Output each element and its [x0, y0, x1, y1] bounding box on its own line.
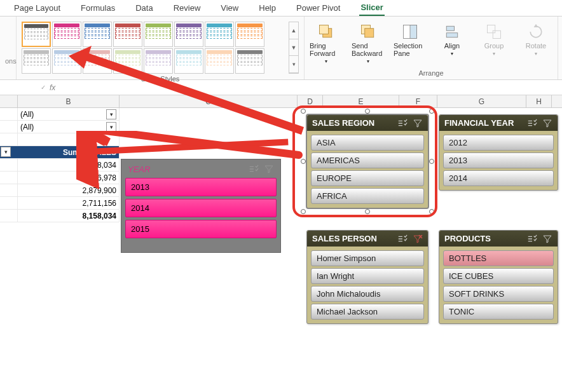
send-backward-button[interactable]: Send Backward▾ [352, 23, 385, 64]
style-thumb-16[interactable] [235, 48, 264, 74]
style-thumb-14[interactable] [174, 48, 203, 74]
rotate-button: Rotate▾ [519, 23, 552, 57]
slicer-products[interactable]: PRODUCTS BOTTLES ICE CUBES SOFT DRINKS T… [439, 230, 558, 324]
product-ice-cubes[interactable]: ICE CUBES [443, 268, 554, 284]
financial-year-title: FINANCIAL YEAR [444, 118, 514, 128]
clear-filter-icon[interactable] [413, 234, 423, 243]
slicer-year[interactable]: YEAR 2013 2014 2015 [121, 159, 281, 253]
fy-2014[interactable]: 2014 [443, 170, 554, 186]
multiselect-icon[interactable] [397, 234, 408, 243]
region-europe[interactable]: EUROPE [311, 170, 424, 186]
tab-power-pivot[interactable]: Power Pivot [295, 1, 341, 15]
ribbon-group-buttons: Columns: Height: Width: Buttons [558, 17, 562, 79]
align-button[interactable]: Align▾ [435, 23, 469, 57]
align-icon [443, 23, 461, 41]
style-thumb-3[interactable] [83, 22, 112, 47]
tab-page-layout[interactable]: Page Layout [13, 1, 62, 15]
style-thumb-8[interactable] [235, 22, 264, 47]
style-thumb-15[interactable] [205, 48, 234, 74]
gallery-more-icon[interactable]: ▾ [289, 56, 298, 73]
region-americas[interactable]: AMERICAS [311, 152, 424, 168]
selection-pane-button[interactable]: Selection Pane [394, 23, 427, 57]
slicer-style-gallery[interactable] [22, 19, 289, 74]
bring-forward-button[interactable]: Bring Forward▾ [310, 23, 343, 64]
clear-filter-icon[interactable] [542, 119, 552, 128]
product-soft-drinks[interactable]: SOFT DRINKS [443, 286, 554, 302]
tab-data[interactable]: Data [134, 1, 154, 15]
person-john[interactable]: John Michaloudis [311, 286, 424, 302]
product-tonic[interactable]: TONIC [443, 304, 554, 320]
products-title: PRODUCTS [444, 234, 491, 243]
slicer-sales-region[interactable]: SALES REGION ASIA AMERICAS EUROPE AFRICA [306, 114, 428, 208]
tab-slicer[interactable]: Slicer [359, 0, 384, 16]
send-backward-icon [359, 23, 377, 41]
style-thumb-2[interactable] [52, 22, 81, 47]
svg-rect-9 [493, 30, 500, 38]
slicer-styles-label: Slicer Styles [22, 74, 299, 83]
style-thumb-10[interactable] [52, 48, 81, 74]
region-africa[interactable]: AFRICA [311, 188, 424, 204]
svg-rect-1 [320, 25, 329, 34]
style-thumb-4[interactable] [113, 22, 142, 47]
tab-help[interactable]: Help [257, 1, 277, 15]
ribbon-body: ons [0, 17, 562, 80]
clear-filter-icon[interactable] [413, 119, 423, 128]
filter-dropdown-1[interactable]: ▾ [106, 109, 116, 119]
gallery-scroll[interactable]: ▲ ▼ ▾ [289, 22, 299, 74]
col-header-c[interactable]: C [120, 95, 298, 107]
style-thumb-7[interactable] [205, 22, 234, 47]
col-header-e[interactable]: E [323, 95, 399, 107]
region-asia[interactable]: ASIA [311, 135, 424, 151]
year-item-2015[interactable]: 2015 [125, 220, 277, 238]
year-item-2013[interactable]: 2013 [125, 178, 277, 196]
group-icon [485, 23, 503, 41]
col-header-blank[interactable] [0, 95, 18, 107]
row-labels-dropdown[interactable]: ▾ [1, 147, 11, 157]
style-thumb-5[interactable] [144, 22, 173, 47]
style-thumb-11[interactable] [83, 48, 112, 74]
style-thumb-6[interactable] [174, 22, 203, 47]
col-header-g[interactable]: G [437, 95, 526, 107]
fx-cancel-icon[interactable]: ✓ [41, 84, 46, 91]
svg-rect-6 [446, 26, 454, 30]
sales-person-title: SALES PERSON [312, 234, 377, 243]
ribbon-group-slicer-styles: ▲ ▼ ▾ Slicer Styles [17, 17, 305, 79]
multiselect-icon[interactable] [527, 119, 537, 128]
slicer-sales-person[interactable]: SALES PERSON Homer Simpson Ian Wright Jo… [306, 230, 428, 324]
tab-formulas[interactable]: Formulas [79, 1, 116, 15]
fx-icon[interactable]: fx [50, 83, 55, 92]
worksheet-grid[interactable]: B C D E F G H (All)▾ (All)▾ ▾Sum of SALE… [0, 95, 562, 392]
style-thumb-12[interactable] [113, 48, 142, 74]
col-header-d[interactable]: D [298, 95, 323, 107]
gallery-up-icon[interactable]: ▲ [289, 22, 298, 39]
fy-2012[interactable]: 2012 [443, 135, 554, 151]
col-header-h[interactable]: H [526, 95, 552, 107]
bring-forward-label: Bring Forward [310, 42, 343, 57]
style-thumb-1[interactable] [22, 22, 51, 47]
style-thumb-13[interactable] [144, 48, 173, 74]
col-header-f[interactable]: F [399, 95, 437, 107]
rotate-label: Rotate [526, 42, 546, 50]
multiselect-icon[interactable] [249, 165, 259, 173]
slicer-financial-year[interactable]: FINANCIAL YEAR 2012 2013 2014 [439, 114, 558, 191]
style-thumb-9[interactable] [22, 48, 51, 74]
year-item-2014[interactable]: 2014 [125, 199, 277, 217]
multiselect-icon[interactable] [527, 234, 537, 243]
clear-filter-icon[interactable] [542, 234, 552, 243]
clear-filter-icon[interactable] [264, 165, 274, 173]
send-backward-label: Send Backward [352, 42, 385, 57]
group-label: Group [484, 42, 504, 50]
multiselect-icon[interactable] [397, 119, 408, 128]
product-bottles[interactable]: BOTTLES [443, 250, 554, 266]
tab-view[interactable]: View [219, 1, 240, 15]
person-ian[interactable]: Ian Wright [311, 268, 424, 284]
arrange-label: Arrange [310, 68, 552, 77]
tab-review[interactable]: Review [172, 1, 202, 15]
filter-dropdown-2[interactable]: ▾ [106, 122, 116, 132]
person-homer[interactable]: Homer Simpson [311, 250, 424, 266]
gallery-down-icon[interactable]: ▼ [289, 39, 298, 57]
col-header-b[interactable]: B [18, 95, 120, 107]
person-michael[interactable]: Michael Jackson [311, 304, 424, 320]
ribbon-group-truncated: ons [0, 17, 17, 79]
fy-2013[interactable]: 2013 [443, 152, 554, 168]
